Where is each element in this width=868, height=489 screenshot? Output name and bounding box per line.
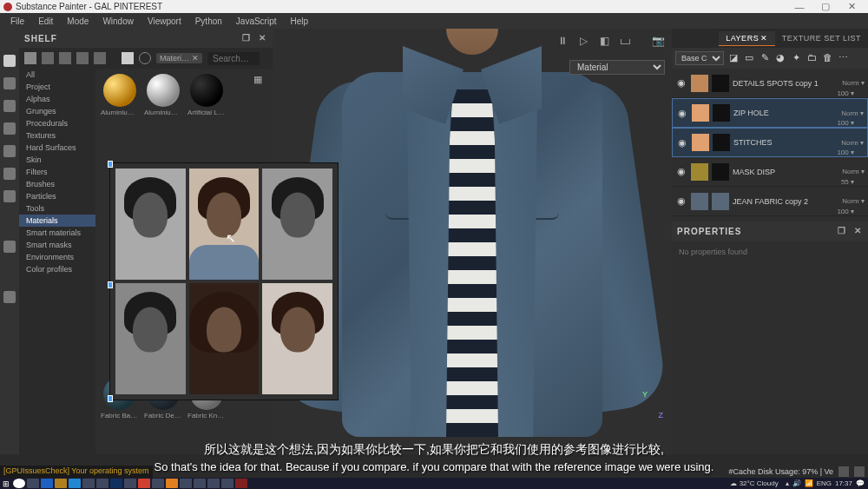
channel-select[interactable]: Base Colo	[675, 51, 724, 65]
reference-image[interactable]	[262, 283, 332, 394]
camera-icon[interactable]: ⌴	[618, 34, 632, 48]
projection-tool-icon[interactable]	[3, 100, 16, 112]
add-mask-icon[interactable]: ◕	[774, 52, 786, 64]
reference-popup[interactable]: ↖	[109, 162, 339, 400]
tab-texturesetlist[interactable]: TEXTURE SET LIST	[775, 31, 868, 45]
cat-alphas[interactable]: Alphas	[19, 93, 95, 105]
visibility-icon[interactable]: ◉	[675, 195, 687, 207]
layer-mask-thumb[interactable]	[713, 134, 730, 151]
maximize-button[interactable]: ▢	[812, 1, 838, 12]
taskbar-app-icon[interactable]	[82, 479, 95, 488]
list-icon[interactable]	[59, 52, 71, 64]
layer-mask-thumb[interactable]	[712, 163, 729, 181]
visibility-icon[interactable]: ◉	[675, 77, 687, 89]
circle-icon[interactable]	[139, 52, 151, 64]
layer-name[interactable]: ZIP HOLE	[733, 109, 836, 117]
menu-mode[interactable]: Mode	[60, 17, 95, 26]
material-select[interactable]: Material	[569, 60, 665, 75]
menu-file[interactable]: File	[3, 17, 31, 26]
smudge-tool-icon[interactable]	[3, 145, 16, 157]
tab-layers[interactable]: LAYERS✕	[719, 31, 774, 46]
add-fill-layer-icon[interactable]: ◪	[727, 52, 740, 64]
cat-filters[interactable]: Filters	[19, 166, 95, 178]
eraser-tool-icon[interactable]	[3, 77, 16, 89]
more-icon[interactable]: ⋯	[837, 52, 849, 64]
menu-javascript[interactable]: JavaScript	[229, 17, 284, 26]
cat-particles[interactable]: Particles	[19, 190, 95, 202]
layer-thumb[interactable]	[692, 104, 709, 122]
menu-window[interactable]: Window	[95, 17, 141, 26]
blend-mode[interactable]: Norm ▾	[839, 139, 864, 147]
misc-tool-icon[interactable]	[3, 291, 16, 303]
filter-icon[interactable]	[122, 52, 134, 64]
taskbar-app-icon[interactable]	[138, 479, 150, 488]
hide-icon[interactable]	[76, 52, 89, 64]
cat-grunges[interactable]: Grunges	[19, 105, 95, 117]
taskbar-app-icon[interactable]	[110, 479, 122, 488]
fill-tool-icon[interactable]	[3, 122, 16, 135]
minimize-button[interactable]: —	[786, 2, 812, 12]
resize-handle[interactable]	[108, 281, 113, 288]
reload-icon[interactable]	[94, 52, 106, 64]
start-button[interactable]: ⊞	[0, 478, 12, 489]
clone-tool-icon[interactable]	[3, 168, 16, 180]
undock-icon[interactable]: ❐	[241, 33, 252, 43]
layer-name[interactable]: JEAN FABRIC copy 2	[733, 197, 837, 206]
delete-icon[interactable]: 🗑	[821, 52, 833, 64]
resize-handle[interactable]	[108, 161, 113, 168]
cat-skin[interactable]: Skin	[19, 154, 95, 166]
taskbar-app-icon[interactable]	[207, 479, 220, 488]
layer-mask-thumb[interactable]	[713, 104, 730, 122]
material-thumbnail[interactable]: Artificial Lea…	[187, 74, 226, 116]
add-effect-icon[interactable]: ✎	[759, 52, 771, 64]
blend-mode[interactable]: Norm ▾	[839, 109, 864, 117]
taskbar-app-icon[interactable]	[27, 479, 39, 488]
reference-image[interactable]	[262, 169, 332, 280]
layer-thumb[interactable]	[692, 134, 709, 151]
layer-thumb[interactable]	[691, 75, 708, 92]
menu-edit[interactable]: Edit	[31, 17, 60, 26]
menu-python[interactable]: Python	[188, 17, 229, 26]
material-thumbnail[interactable]: Aluminium …	[101, 74, 139, 116]
taskbar-app-icon[interactable]	[166, 479, 178, 488]
taskbar-app-icon[interactable]	[69, 479, 81, 488]
taskbar-app-icon[interactable]	[41, 479, 53, 488]
import-icon[interactable]	[24, 52, 36, 64]
blend-mode[interactable]: Norm ▾	[840, 168, 865, 175]
render-icon[interactable]: 📷	[651, 34, 665, 48]
viewport-channel-dropdown[interactable]: Material	[569, 60, 665, 75]
cube-icon[interactable]: ◧	[597, 34, 611, 48]
taskbar-app-icon[interactable]	[152, 479, 164, 488]
cat-environments[interactable]: Environments	[19, 251, 95, 263]
add-smart-icon[interactable]: ✦	[790, 52, 802, 64]
cat-materials[interactable]: Materials	[19, 215, 95, 227]
close-icon[interactable]: ✕	[257, 33, 267, 43]
taskbar-app-icon[interactable]	[124, 479, 136, 488]
taskbar-app-icon[interactable]	[221, 479, 233, 488]
undock-icon[interactable]: ❐	[837, 226, 847, 236]
taskbar-app-icon[interactable]	[96, 479, 108, 488]
status-button[interactable]	[854, 466, 865, 477]
chip-close-icon[interactable]: ✕	[192, 54, 199, 63]
cat-colorprofiles[interactable]: Color profiles	[19, 263, 95, 275]
taskbar-search-icon[interactable]	[13, 479, 25, 488]
close-icon[interactable]: ✕	[852, 226, 863, 236]
resize-handle[interactable]	[108, 395, 113, 402]
cat-smartmaterials[interactable]: Smart materials	[19, 227, 95, 239]
system-tray[interactable]: ▴🔊📶 ENG 17:37 💬	[786, 479, 868, 487]
paint-tool-icon[interactable]	[3, 55, 16, 67]
weather-widget[interactable]: ☁ 32°C Cloudy	[730, 479, 778, 487]
close-button[interactable]: ✕	[838, 1, 865, 12]
blend-mode[interactable]: Norm ▾	[840, 197, 865, 205]
layer-mask-thumb[interactable]	[712, 75, 729, 92]
cat-procedurals[interactable]: Procedurals	[19, 117, 95, 129]
perspective-icon[interactable]: ▷	[576, 34, 590, 48]
picker-tool-icon[interactable]	[3, 190, 16, 202]
pause-icon[interactable]: ⏸	[556, 34, 569, 48]
cat-textures[interactable]: Textures	[19, 129, 95, 142]
grid-view-icon[interactable]: ▦	[253, 74, 264, 84]
material-thumbnail[interactable]: Aluminium …	[144, 74, 182, 116]
layer-thumb[interactable]	[691, 193, 708, 210]
cat-project[interactable]: Project	[19, 81, 95, 93]
layer-name[interactable]: DETAILS SPOTS copy 1	[733, 79, 837, 88]
